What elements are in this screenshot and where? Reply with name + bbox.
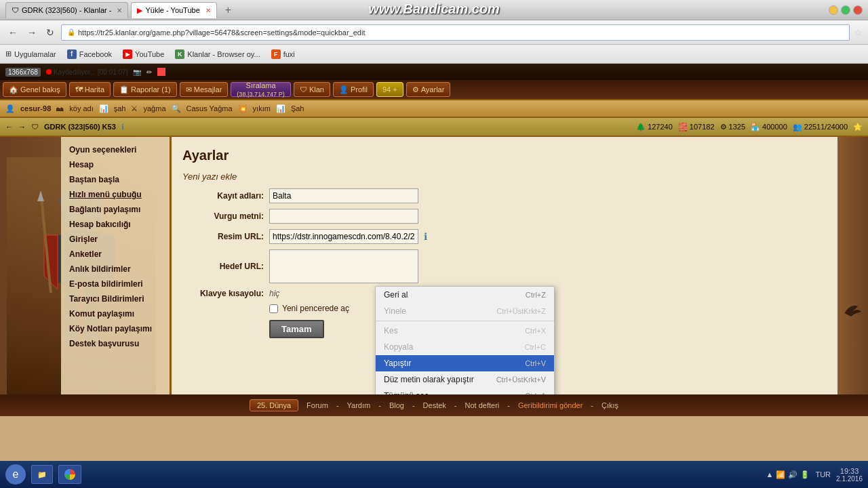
tab-label-youtube: Yükle - YouTube bbox=[145, 6, 199, 14]
ctx-tumunu[interactable]: Tümünü seç Ctrl+A bbox=[376, 388, 554, 394]
storage-icon: 🏪 bbox=[751, 123, 760, 131]
taskbar-chrome[interactable] bbox=[58, 465, 81, 484]
resim-input[interactable] bbox=[269, 229, 418, 244]
resim-row: Resim URL: ℹ bbox=[182, 229, 827, 244]
sidebar-item-hizli[interactable]: Hızlı menü çubuğu bbox=[66, 187, 164, 202]
village-name[interactable]: köy adı bbox=[69, 104, 93, 113]
forward-village-btn[interactable]: → bbox=[18, 123, 26, 131]
apps-label: Uygulamalar bbox=[14, 50, 56, 58]
harita-icon: 🗺 bbox=[75, 85, 83, 94]
special-label[interactable]: Şah bbox=[291, 104, 304, 113]
vurgu-input[interactable] bbox=[269, 209, 418, 224]
clan-name[interactable]: GDRK (323|560) K53 bbox=[44, 123, 116, 131]
bookmark-youtube[interactable]: ▶ YouTube bbox=[123, 49, 164, 59]
nav-premium[interactable]: 94 + bbox=[376, 82, 403, 97]
start-btn[interactable]: e bbox=[5, 464, 26, 485]
ctx-kes[interactable]: Kes Ctrl+X bbox=[376, 323, 554, 339]
hedef-input[interactable] bbox=[269, 249, 418, 283]
back-village-btn[interactable]: ← bbox=[5, 123, 13, 131]
tamam-button[interactable]: Tamam bbox=[269, 320, 324, 338]
bookmark-facebook[interactable]: f Facebook bbox=[67, 49, 112, 59]
loot-label[interactable]: yağma bbox=[143, 104, 165, 113]
ctx-yapistir[interactable]: Yapıştır Ctrl+V bbox=[376, 355, 554, 371]
mesajlar-label: Mesajlar bbox=[194, 85, 222, 94]
new-window-checkbox[interactable] bbox=[269, 304, 278, 313]
youtube-icon: ▶ bbox=[123, 49, 132, 59]
sidebar-item-tarayici[interactable]: Tarayıcı Bildirimleri bbox=[66, 291, 164, 306]
nav-klan[interactable]: 🛡 Klan bbox=[294, 82, 330, 97]
premium-star-icon[interactable]: ⭐ bbox=[853, 123, 863, 131]
new-tab-btn[interactable]: + bbox=[222, 4, 234, 16]
nav-siralama[interactable]: Sıralama(38.|3.714.747 P) bbox=[231, 82, 291, 97]
ctx-kopyala[interactable]: Kopyala Ctrl+C bbox=[376, 339, 554, 355]
context-menu: Geri al Ctrl+Z Yinele Ctrl+ÜstKrkt+Z Kes… bbox=[375, 286, 555, 394]
sidebar-item-baglanti[interactable]: Bağlantı paylaşımı bbox=[66, 202, 164, 217]
ctx-geri[interactable]: Geri al Ctrl+Z bbox=[376, 287, 554, 303]
sidebar-item-bastan[interactable]: Baştan başla bbox=[66, 172, 164, 187]
sidebar-item-eposta[interactable]: E-posta bildirimleri bbox=[66, 277, 164, 291]
address-bar[interactable]: 🔒 https://tr25.klanlar.org/game.php?vill… bbox=[61, 24, 850, 41]
nav-profil[interactable]: 👤 Profil bbox=[333, 82, 374, 97]
sidebar-item-anlik[interactable]: Anlık bildirimler bbox=[66, 262, 164, 277]
storage-value: 400000 bbox=[762, 123, 787, 131]
footer-feedback[interactable]: Geribildirimi gönder bbox=[518, 401, 583, 409]
report-label[interactable]: şah bbox=[114, 104, 126, 113]
bookmarks-bar: ⊞ Uygulamalar f Facebook ▶ YouTube K Kla… bbox=[0, 45, 868, 64]
footer-destek[interactable]: Destek bbox=[423, 401, 446, 409]
ctx-duz-metin[interactable]: Düz metin olarak yapıştır Ctrl+ÜstKrkt+V bbox=[376, 371, 554, 388]
back-btn[interactable]: ← bbox=[5, 26, 20, 39]
sidebar-item-anketler[interactable]: Anketler bbox=[66, 247, 164, 262]
tab-label-gdrk: GDRK (323|560) - Klanlar - bbox=[22, 6, 111, 14]
tab-close-gdrk[interactable]: ✕ bbox=[117, 7, 122, 14]
minimize-btn[interactable] bbox=[829, 5, 838, 15]
nav-genel[interactable]: 🏠 Genel bakış bbox=[3, 82, 66, 97]
resim-info-icon[interactable]: ℹ bbox=[424, 231, 427, 242]
ctx-divider1 bbox=[376, 321, 554, 321]
sidebar-item-destek[interactable]: Destek başvurusu bbox=[66, 336, 164, 351]
info-icon[interactable]: ℹ bbox=[121, 123, 124, 131]
spy-label[interactable]: Casus Yağma bbox=[186, 104, 233, 113]
kayit-input[interactable] bbox=[269, 188, 418, 203]
tab-close-youtube[interactable]: ✕ bbox=[205, 7, 211, 14]
close-btn[interactable] bbox=[853, 5, 863, 15]
bookmark-fuxi[interactable]: F fuxi bbox=[271, 49, 295, 59]
profil-label: Profil bbox=[351, 85, 368, 94]
refresh-btn[interactable]: ↻ bbox=[43, 26, 57, 39]
ctx-yinele[interactable]: Yinele Ctrl+ÜstKrkt+Z bbox=[376, 303, 554, 319]
sidebar-item-komut[interactable]: Komut paylaşımı bbox=[66, 306, 164, 321]
nav-raporlar[interactable]: 📋 Raporlar (1) bbox=[113, 82, 177, 97]
tray-network-icon: 📶 bbox=[776, 470, 785, 479]
forward-btn[interactable]: → bbox=[24, 26, 39, 39]
wood-value: 127240 bbox=[648, 123, 673, 131]
footer-not[interactable]: Not defteri bbox=[465, 401, 500, 409]
sidebar-item-oyun[interactable]: Oyun seçenekleri bbox=[66, 142, 164, 157]
bookmark-btn[interactable]: ☆ bbox=[854, 27, 863, 38]
footer-sep1: Forum bbox=[307, 401, 328, 409]
sidebar-item-koy[interactable]: Köy Notları paylaşımı bbox=[66, 321, 164, 336]
sidebar-item-hesap[interactable]: Hesap bbox=[66, 157, 164, 172]
tab-gdrk[interactable]: 🛡 GDRK (323|560) - Klanlar - ✕ bbox=[5, 2, 128, 18]
sidebar-item-girisler[interactable]: Girişler bbox=[66, 232, 164, 247]
iron-value: 1325 bbox=[729, 123, 745, 131]
tray-battery-icon: 🔋 bbox=[800, 470, 810, 479]
nav-harita[interactable]: 🗺 Harita bbox=[69, 82, 111, 97]
footer-logout[interactable]: Çıkış bbox=[601, 401, 618, 409]
resource-clay: 🧱 107182 bbox=[678, 123, 715, 131]
sidebar-item-hesap-bakici[interactable]: Hesap bakıcılığı bbox=[66, 217, 164, 232]
taskbar-explorer[interactable]: 📁 bbox=[31, 465, 53, 484]
tray-expand-icon[interactable]: ▲ bbox=[766, 470, 774, 479]
maximize-btn[interactable] bbox=[841, 5, 850, 15]
nav-mesajlar[interactable]: ✉ Mesajlar bbox=[180, 82, 229, 97]
apps-btn[interactable]: ⊞ Uygulamalar bbox=[5, 49, 56, 58]
world-btn[interactable]: 25. Dünya bbox=[250, 399, 298, 411]
klanlar-icon: K bbox=[175, 49, 184, 59]
attack-label[interactable]: yıkım bbox=[253, 104, 271, 113]
player-name[interactable]: cesur-98 bbox=[20, 104, 51, 113]
nav-ayarlar[interactable]: ⚙ Ayarlar bbox=[406, 82, 451, 97]
tab-youtube[interactable]: ▶ Yükle - YouTube ✕ bbox=[131, 2, 216, 18]
footer-yardim[interactable]: Yardım bbox=[347, 401, 371, 409]
recording-text: Kaydediliyor... [00:01:07] bbox=[54, 68, 128, 76]
footer-blog[interactable]: Blog bbox=[389, 401, 404, 409]
explorer-icon: 📁 bbox=[37, 470, 47, 479]
bookmark-klanlar[interactable]: K Klanlar - Browser oy... bbox=[175, 49, 260, 59]
